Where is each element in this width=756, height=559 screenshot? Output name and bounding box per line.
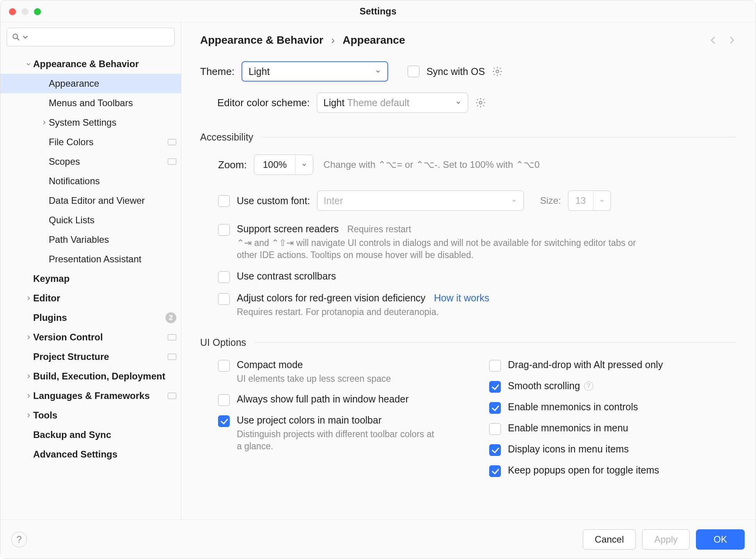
search-history-chevron-icon[interactable] [21, 33, 30, 41]
theme-select[interactable]: Light [241, 61, 388, 82]
back-icon[interactable] [708, 35, 718, 45]
sidebar-item-tools[interactable]: Tools [0, 406, 181, 425]
sidebar-item-version-control[interactable]: Version Control [0, 328, 181, 347]
sidebar-item-plugins[interactable]: Plugins2 [0, 308, 181, 328]
minimize-window-button[interactable] [21, 8, 28, 15]
ui-right-checkbox-2[interactable] [489, 402, 501, 414]
editor-scheme-suffix: Theme default [347, 97, 410, 108]
sidebar-item-label: Path Variables [49, 234, 176, 245]
sidebar-item-appearance[interactable]: Appearance [0, 74, 181, 93]
sync-os-checkbox[interactable] [408, 66, 419, 77]
breadcrumb-root: Appearance & Behavior [200, 34, 323, 46]
zoom-window-button[interactable] [34, 8, 41, 15]
content: Theme: Light Sync with OS Editor color s… [181, 53, 756, 520]
screen-readers-hint: Requires restart [347, 224, 411, 235]
sidebar-item-label: Keymap [33, 273, 176, 284]
ui-right-checkbox-1[interactable] [489, 381, 501, 393]
sidebar-item-path-variables[interactable]: Path Variables [0, 230, 181, 249]
sidebar-item-presentation-assistant[interactable]: Presentation Assistant [0, 249, 181, 269]
ui-right-checkbox-0[interactable] [489, 360, 501, 372]
svg-point-0 [13, 34, 18, 39]
ui-left-desc-0: UI elements take up less screen space [237, 373, 391, 385]
color-deficiency-label: Adjust colors for red-green vision defic… [237, 292, 426, 304]
screen-readers-checkbox[interactable] [218, 224, 230, 236]
sidebar-item-label: File Colors [49, 137, 165, 148]
svg-point-3 [479, 101, 482, 104]
traffic-lights [9, 8, 41, 15]
chevron-down-icon [296, 155, 313, 174]
sidebar-item-notifications[interactable]: Notifications [0, 171, 181, 191]
sidebar-item-menus-and-toolbars[interactable]: Menus and Toolbars [0, 93, 181, 113]
color-deficiency-link[interactable]: How it works [434, 292, 490, 304]
ui-right-checkbox-4[interactable] [489, 444, 501, 456]
color-deficiency-checkbox[interactable] [218, 293, 230, 305]
svg-point-2 [496, 70, 499, 73]
font-size-input[interactable]: 13 [568, 190, 611, 211]
chevron-icon [41, 120, 47, 125]
sidebar-item-label: Advanced Settings [33, 449, 176, 460]
sidebar-item-build-execution-deployment[interactable]: Build, Execution, Deployment [0, 367, 181, 386]
custom-font-value: Inter [324, 195, 343, 207]
ui-right-label-0: Drag-and-drop with Alt pressed only [508, 359, 663, 370]
color-deficiency-desc: Requires restart. For protanopia and deu… [237, 306, 489, 318]
sidebar-item-languages-frameworks[interactable]: Languages & Frameworks [0, 386, 181, 406]
theme-label: Theme: [200, 66, 234, 78]
chevron-down-icon [593, 191, 610, 210]
sidebar-item-system-settings[interactable]: System Settings [0, 113, 181, 132]
chevron-down-icon [511, 198, 517, 204]
sidebar-item-file-colors[interactable]: File Colors [0, 132, 181, 152]
custom-font-select[interactable]: Inter [317, 190, 524, 211]
sidebar-item-appearance-behavior[interactable]: Appearance & Behavior [0, 54, 181, 74]
sidebar-item-label: Appearance [49, 78, 176, 89]
custom-font-checkbox[interactable] [218, 195, 230, 207]
ui-right-checkbox-3[interactable] [489, 423, 501, 435]
editor-scheme-gear-icon[interactable] [475, 97, 486, 108]
forward-icon[interactable] [727, 35, 737, 45]
search-input[interactable] [7, 28, 175, 46]
contrast-scrollbars-checkbox[interactable] [218, 271, 230, 283]
ui-left-checkbox-1[interactable] [218, 394, 230, 406]
project-scope-icon [168, 139, 176, 145]
theme-gear-icon[interactable] [492, 66, 503, 77]
cancel-button[interactable]: Cancel [583, 529, 636, 550]
history-nav [708, 35, 737, 45]
info-icon[interactable]: ? [584, 381, 593, 391]
close-window-button[interactable] [9, 8, 16, 15]
ui-options-left: Compact modeUI elements take up less scr… [218, 351, 466, 477]
sidebar-item-backup-and-sync[interactable]: Backup and Sync [0, 425, 181, 445]
sidebar-item-label: Quick Lists [49, 215, 176, 226]
sidebar-item-keymap[interactable]: Keymap [0, 269, 181, 288]
sidebar-item-project-structure[interactable]: Project Structure [0, 347, 181, 367]
sidebar-item-editor[interactable]: Editor [0, 288, 181, 308]
chevron-down-icon [455, 100, 461, 106]
breadcrumb: Appearance & Behavior › Appearance [200, 34, 405, 46]
chevron-icon [26, 335, 31, 340]
sidebar-item-scopes[interactable]: Scopes [0, 152, 181, 171]
editor-scheme-select[interactable]: Light Theme default [317, 93, 468, 113]
help-button[interactable]: ? [11, 532, 27, 547]
project-scope-icon [168, 334, 176, 340]
chevron-icon [26, 296, 31, 301]
apply-button[interactable]: Apply [642, 529, 690, 550]
breadcrumb-leaf: Appearance [343, 34, 405, 46]
sidebar-item-advanced-settings[interactable]: Advanced Settings [0, 445, 181, 464]
settings-tree: Appearance & BehaviorAppearanceMenus and… [0, 52, 181, 520]
ok-button[interactable]: OK [696, 529, 745, 550]
sidebar-item-label: Menus and Toolbars [49, 98, 176, 109]
zoom-label: Zoom: [218, 159, 247, 171]
ui-left-checkbox-2[interactable] [218, 415, 230, 427]
accessibility-section-title: Accessibility [200, 132, 737, 143]
ui-right-checkbox-5[interactable] [489, 465, 501, 477]
sidebar-item-quick-lists[interactable]: Quick Lists [0, 210, 181, 230]
sidebar-item-label: Version Control [33, 332, 165, 343]
contrast-scrollbars-label: Use contrast scrollbars [237, 271, 336, 282]
ui-right-label-4: Display icons in menu items [508, 443, 629, 455]
ui-left-checkbox-0[interactable] [218, 360, 230, 372]
search-field[interactable] [31, 32, 170, 42]
zoom-select[interactable]: 100% [254, 155, 313, 175]
sidebar-item-data-editor-and-viewer[interactable]: Data Editor and Viewer [0, 191, 181, 210]
sidebar-item-label: Plugins [33, 312, 162, 323]
badge-count: 2 [165, 312, 176, 323]
ui-right-label-5: Keep popups open for toggle items [508, 465, 659, 476]
screen-readers-label: Support screen readers [237, 223, 339, 235]
